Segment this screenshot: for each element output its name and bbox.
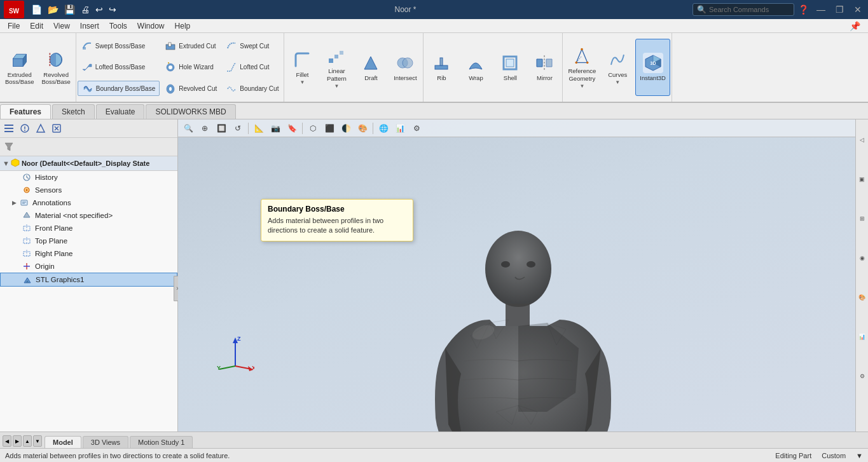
restore-button[interactable]: ❐ [832,3,848,16]
tree-item-top-plane[interactable]: Top Plane [0,234,177,247]
save-icon[interactable]: 💾 [62,3,77,16]
right-panel-btn2[interactable]: ⊞ [857,200,868,238]
lighting-icon[interactable]: 🌓 [338,121,354,135]
help-icon[interactable]: ❓ [797,3,810,16]
svg-text:X: X [252,365,254,371]
lofted-boss-base-button[interactable]: Lofted Boss/Base [78,60,160,74]
scroll-down-button[interactable]: ▼ [33,435,42,447]
right-panel-btn1[interactable]: ▣ [857,160,868,198]
swept-cut-button[interactable]: Swept Cut [222,39,282,53]
wrap-button[interactable]: Wrap [459,50,492,84]
mirror-button[interactable]: Mirror [528,50,561,84]
zoom-fit-icon[interactable]: 🔲 [214,121,229,135]
view-orientation-icon[interactable]: ⬛ [322,121,337,135]
instant3d-button[interactable]: 3D Instant3D [635,39,670,96]
boundary-cut-button[interactable]: Boundary Cut [222,82,282,96]
open-icon[interactable]: 📂 [46,3,60,16]
tooltip: Boundary Boss/Base Adds material between… [261,199,413,241]
camera-icon[interactable]: 📷 [268,121,283,135]
configuration-manager-icon[interactable] [33,121,48,136]
new-icon[interactable]: 📄 [29,3,44,16]
svg-rect-28 [4,128,13,129]
saved-views-icon[interactable]: 🔖 [284,121,300,135]
revolved-cut-button[interactable]: Revolved Cut [161,82,221,96]
right-panel-btn6[interactable]: ⚙ [857,357,868,395]
redo-icon[interactable]: ↪ [107,3,118,16]
tab-motion-study-1[interactable]: Motion Study 1 [130,436,193,448]
scene-icon[interactable]: 🌐 [376,121,391,135]
tab-solidworks-mbd[interactable]: SOLIDWORKS MBD [146,104,235,119]
svg-point-32 [24,130,25,131]
menu-file[interactable]: File [3,20,25,32]
status-arrow[interactable]: ▼ [856,452,863,459]
menu-insert[interactable]: Insert [75,20,104,32]
origin-label: Origin [35,262,55,270]
zoom-selection-icon[interactable]: ⊕ [197,121,212,135]
tree-item-material[interactable]: Material <not specified> [0,209,177,222]
hole-wizard-button[interactable]: Hole Wizard [161,60,221,74]
display-style-icon[interactable]: ⬡ [305,121,320,135]
stl-figure-svg [420,221,623,431]
lofted-cut-button[interactable]: Lofted Cut [222,60,282,74]
right-panel-btn5[interactable]: 📊 [857,318,868,356]
3d-model [420,221,623,431]
tab-3d-views[interactable]: 3D Views [83,436,128,448]
feature-manager-icon[interactable] [1,121,17,136]
menu-window[interactable]: Window [132,20,170,32]
rib-button[interactable]: Rib [425,50,458,84]
appearance-icon[interactable]: 🎨 [355,121,370,135]
tree-item-sensors[interactable]: Sensors [0,184,177,196]
draft-button[interactable]: Draft [354,39,387,96]
tree-item-history[interactable]: History [0,171,177,184]
section-view-icon[interactable]: 📐 [251,121,266,135]
pin-icon[interactable]: 📌 [844,20,865,32]
settings-icon[interactable]: ⚙ [409,121,424,135]
rotate-icon[interactable]: ↺ [230,121,245,135]
search-input[interactable] [709,6,785,13]
scroll-left-button[interactable]: ◀ [3,435,11,447]
tree-root[interactable]: ▼ Noor (Default<<Default>_Display State [0,156,177,171]
hide-planes-icon[interactable]: 📊 [392,121,408,135]
menu-edit[interactable]: Edit [25,20,48,32]
svg-rect-14 [334,55,338,58]
expand-right-icon[interactable]: ◁ [857,121,868,159]
menu-view[interactable]: View [48,20,75,32]
tab-model[interactable]: Model [45,436,81,448]
minimize-button[interactable]: — [813,3,829,16]
tree-item-right-plane[interactable]: Right Plane [0,247,177,260]
menu-help[interactable]: Help [170,20,196,32]
print-icon[interactable]: 🖨 [79,3,92,16]
linear-pattern-button[interactable]: Linear Pattern ▼ [320,39,353,96]
curves-button[interactable]: Curves ▼ [601,39,634,96]
filter-icon[interactable] [1,139,17,154]
tree-item-annotations[interactable]: ▶ Annotations [0,196,177,209]
reference-geometry-button[interactable]: Reference Geometry ▼ [564,39,600,96]
extruded-boss-base-button[interactable]: Extruded Boss/Base [1,39,38,96]
dxf-manager-icon[interactable] [49,121,64,136]
undo-icon[interactable]: ↩ [93,3,105,16]
zoom-icon[interactable]: 🔍 [181,121,196,135]
scroll-up-button[interactable]: ▲ [23,435,32,447]
revolved-boss-base-button[interactable]: Revolved Boss/Base [38,39,74,96]
close-button[interactable]: ✕ [850,3,865,16]
tab-features[interactable]: Features [0,104,51,119]
right-panel-btn4[interactable]: 🎨 [857,278,868,316]
menu-tools[interactable]: Tools [104,20,132,32]
intersect-button[interactable]: Intersect [389,39,422,96]
boundary-boss-base-button[interactable]: Boundary Boss/Base [78,81,160,96]
tab-evaluate[interactable]: Evaluate [96,104,145,119]
tree-item-front-plane[interactable]: Front Plane [0,222,177,234]
extruded-cut-button[interactable]: Extruded Cut [161,39,221,53]
tab-sketch[interactable]: Sketch [52,104,95,119]
scroll-right-button[interactable]: ▶ [13,435,22,447]
sw-logo[interactable]: SW [3,1,25,18]
fillet-button[interactable]: Fillet ▼ [286,39,319,96]
tree-root-expand-icon[interactable]: ▼ [3,160,10,167]
window-title: Noor * [394,5,416,14]
tree-item-origin[interactable]: Origin [0,260,177,273]
right-panel-btn3[interactable]: ◉ [857,239,868,277]
swept-boss-base-button[interactable]: Swept Boss/Base [78,39,160,53]
shell-button[interactable]: Shell [493,50,527,84]
tree-item-stl-graphics1[interactable]: STL Graphics1 [0,273,177,287]
property-manager-icon[interactable] [17,121,32,136]
